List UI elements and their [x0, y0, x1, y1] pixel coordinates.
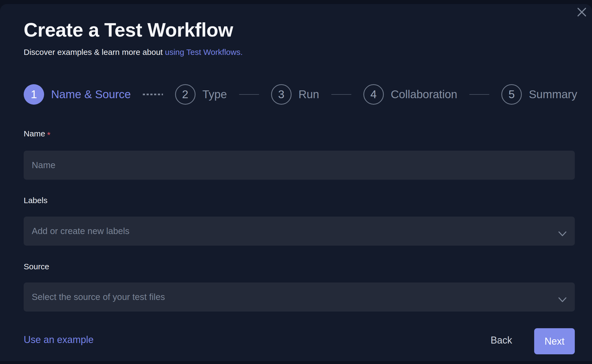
step-connector-dashed [143, 94, 163, 95]
subtitle-text: Discover examples & learn more about [24, 48, 165, 56]
step-connector [469, 94, 489, 95]
step-collaboration[interactable]: 4 Collaboration [363, 84, 458, 105]
source-field-label: Source [24, 262, 49, 271]
step-2-circle: 2 [175, 84, 196, 105]
name-field-label: Name* [24, 129, 48, 139]
page-title: Create a Test Workflow [24, 18, 233, 42]
step-2-label: Type [203, 88, 227, 101]
labels-select-placeholder: Add or create new labels [32, 226, 129, 236]
source-select[interactable]: Select the source of your test files [24, 282, 575, 312]
back-button[interactable]: Back [487, 332, 516, 349]
step-3-circle: 3 [271, 84, 292, 105]
step-run[interactable]: 3 Run [271, 84, 319, 105]
close-button[interactable] [575, 6, 588, 19]
step-summary[interactable]: 5 Summary [501, 84, 577, 105]
next-button[interactable]: Next [534, 328, 575, 354]
stepper: 1 Name & Source 2 Type 3 Run 4 Collabora… [24, 84, 577, 105]
required-asterisk: * [47, 130, 50, 140]
step-1-label: Name & Source [51, 88, 131, 101]
close-icon [577, 8, 586, 17]
step-4-circle: 4 [363, 84, 384, 105]
use-an-example-link[interactable]: Use an example [24, 334, 94, 345]
step-connector [239, 94, 259, 95]
name-label-text: Name [24, 129, 45, 138]
labels-field-label: Labels [24, 196, 47, 205]
step-5-label: Summary [529, 88, 577, 101]
step-3-label: Run [299, 88, 319, 101]
step-1-circle: 1 [24, 84, 44, 105]
step-connector [331, 94, 351, 95]
chevron-down-icon [558, 228, 566, 239]
labels-select[interactable]: Add or create new labels [24, 217, 575, 246]
step-5-circle: 5 [501, 84, 522, 105]
step-name-and-source[interactable]: 1 Name & Source [24, 84, 131, 105]
chevron-down-icon [558, 294, 566, 305]
create-test-workflow-modal: Create a Test Workflow Discover examples… [0, 4, 592, 361]
source-select-placeholder: Select the source of your test files [32, 292, 165, 302]
step-4-label: Collaboration [391, 88, 458, 101]
using-test-workflows-link[interactable]: using Test Workflows. [165, 48, 243, 56]
name-input[interactable] [24, 151, 575, 180]
subtitle: Discover examples & learn more about usi… [24, 46, 243, 58]
step-type[interactable]: 2 Type [175, 84, 227, 105]
